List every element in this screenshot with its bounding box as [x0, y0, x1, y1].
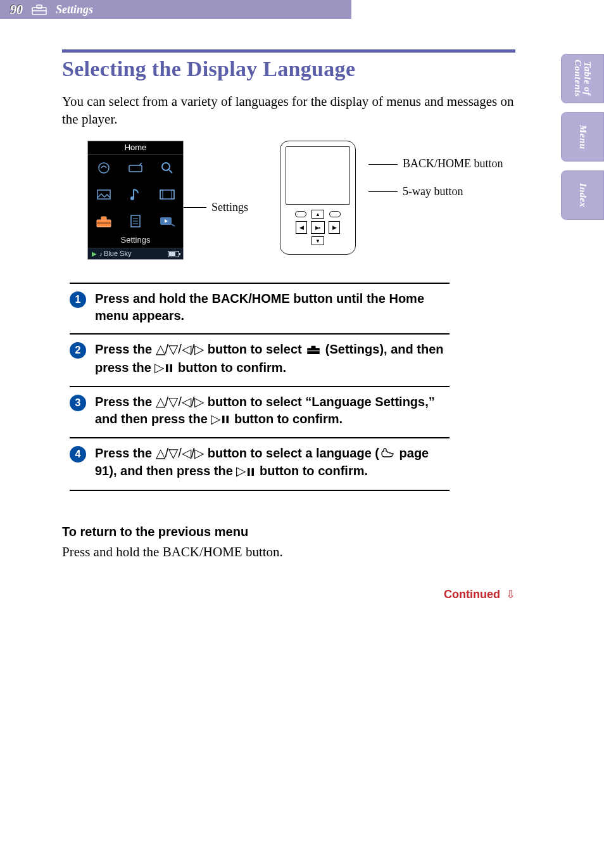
continued-arrow-icon: ⇩ [506, 588, 515, 601]
pause-icon [165, 360, 173, 377]
svg-rect-29 [248, 468, 250, 476]
status-song: Blue Sky [104, 250, 131, 257]
screen-callout: Settings [180, 201, 248, 213]
grid-icon-music-icon [120, 181, 151, 208]
grid-icon-playlist-icon [120, 208, 151, 234]
device-back-pill [295, 211, 306, 217]
step-item: 4Press the △/▽/◁/▷ button to select a la… [70, 437, 450, 490]
subsection-heading: To return to the previous menu [62, 524, 515, 539]
screen-status-bar: ▶♪ Blue Sky [88, 248, 183, 259]
continued-indicator[interactable]: Continued ⇩ [62, 589, 515, 600]
grid-icon-photo-icon [88, 181, 120, 208]
step-text: Press the △/▽/◁/▷ button to select “Lang… [95, 393, 450, 428]
step-number-badge: 4 [70, 446, 86, 463]
direction-glyph: ▷ [154, 361, 164, 374]
step-item: 2Press the △/▽/◁/▷ button to select (Set… [70, 333, 450, 385]
svg-rect-23 [311, 345, 316, 348]
svg-point-9 [130, 196, 134, 200]
direction-glyph: △/▽/◁/▷ [156, 446, 204, 460]
grid-icon-search-icon [151, 155, 183, 181]
subsection-body: Press and hold the BACK/HOME button. [62, 543, 515, 561]
step-item: 1Press and hold the BACK/HOME button unt… [70, 283, 450, 333]
home-screen-mock: Home Settings ▶♪ Blue Sky [87, 141, 184, 260]
chapter-header-bar: 90 Settings [0, 0, 351, 19]
pause-icon [247, 464, 255, 481]
grid-icon-settings-icon [88, 208, 120, 234]
direction-glyph: ▷ [236, 464, 246, 478]
continued-label: Continued [444, 588, 500, 601]
title-rule [62, 49, 515, 53]
side-tab-index[interactable]: Index [561, 170, 604, 220]
svg-rect-8 [98, 190, 110, 199]
step-number-badge: 2 [70, 342, 86, 359]
svg-point-6 [162, 163, 170, 170]
direction-glyph: △/▽/◁/▷ [156, 342, 204, 356]
grid-icon-shuffle-icon [88, 155, 120, 181]
svg-rect-25 [166, 364, 168, 372]
device-option-pill [329, 211, 341, 217]
steps-list: 1Press and hold the BACK/HOME button unt… [62, 283, 515, 490]
pause-icon [222, 411, 229, 428]
step-text: Press the △/▽/◁/▷ button to select a lan… [95, 445, 450, 480]
play-indicator-icon: ▶ [92, 250, 97, 257]
svg-line-7 [169, 170, 172, 173]
diagram-row: Home Settings ▶♪ Blue Sky [87, 141, 515, 260]
side-tab-menu[interactable]: Menu [561, 112, 604, 162]
grid-icon-nowplaying-icon [151, 208, 183, 234]
svg-rect-14 [101, 217, 106, 220]
step-item: 3Press the △/▽/◁/▷ button to select “Lan… [70, 386, 450, 437]
step-text: Press and hold the BACK/HOME button unti… [95, 290, 450, 324]
svg-rect-30 [252, 468, 255, 476]
direction-glyph: ▷ [211, 412, 220, 426]
grid-icon-video-icon [151, 181, 183, 208]
chapter-title: Settings [56, 4, 93, 15]
device-up-button: ▲ [311, 210, 324, 219]
grid-icon-radio-icon [120, 155, 151, 181]
svg-rect-28 [227, 416, 229, 423]
page-number: 90 [10, 3, 23, 16]
screen-title: Home [88, 141, 183, 155]
device-right-button: ▶ [329, 221, 340, 234]
toolbox-icon [32, 4, 47, 15]
pointer-hand-icon [381, 445, 394, 463]
label-5way-text: 5-way button [403, 185, 463, 199]
page-title: Selecting the Display Language [62, 56, 515, 82]
direction-glyph: △/▽/◁/▷ [156, 395, 204, 409]
svg-rect-4 [129, 165, 142, 172]
device-center-button: ▶▪ [311, 221, 325, 234]
device-screen-rect [286, 146, 350, 205]
subsection: To return to the previous menu Press and… [62, 524, 515, 561]
intro-paragraph: You can select from a variety of languag… [62, 93, 515, 129]
side-tab-toc[interactable]: Table of Contents [561, 54, 604, 103]
screen-highlight-label: Settings [88, 234, 183, 248]
label-back-home-text: BACK/HOME button [403, 157, 503, 171]
battery-icon [168, 251, 179, 257]
label-5way: 5-way button [368, 185, 503, 199]
device-outline: ▲ ◀ ▶▪ ▶ ▼ [280, 141, 356, 255]
svg-rect-27 [222, 416, 225, 423]
device-down-button: ▼ [311, 236, 324, 245]
main-content: Selecting the Display Language You can s… [62, 49, 515, 600]
svg-point-3 [99, 163, 109, 173]
step-number-badge: 3 [70, 395, 86, 411]
svg-rect-1 [37, 5, 42, 8]
device-left-button: ◀ [296, 221, 307, 234]
svg-rect-26 [170, 364, 173, 372]
toolbox-icon [306, 342, 320, 359]
svg-rect-10 [160, 190, 174, 199]
callout-label: Settings [211, 201, 248, 213]
label-back-home: BACK/HOME button [368, 157, 503, 171]
step-number-badge: 1 [70, 291, 86, 308]
side-tabs: Table of Contents Menu Index [561, 54, 604, 220]
step-text: Press the △/▽/◁/▷ button to select (Sett… [95, 341, 450, 376]
